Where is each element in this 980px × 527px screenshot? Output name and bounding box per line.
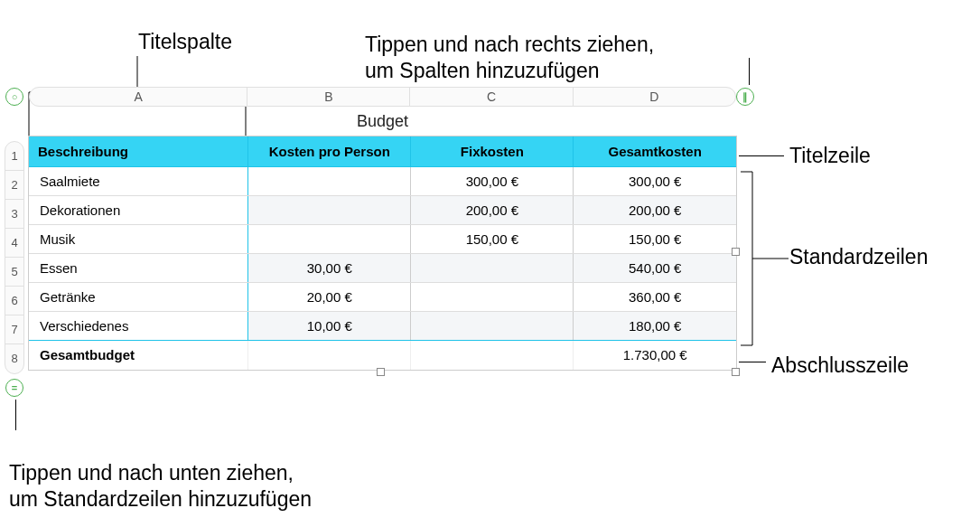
callout-titelspalte: Titelspalte (138, 29, 232, 55)
cell-desc[interactable]: Musik (29, 225, 248, 254)
footer-per[interactable] (248, 341, 411, 370)
row-header-7[interactable]: 7 (5, 315, 23, 344)
row-header-1[interactable]: 1 (5, 142, 23, 171)
column-header-c[interactable]: C (410, 88, 573, 106)
header-beschreibung[interactable]: Beschreibung (29, 136, 248, 167)
cell-fix[interactable]: 200,00 € (411, 196, 574, 225)
drag-rows-icon: = (12, 382, 17, 393)
footer-row[interactable]: Gesamtbudget 1.730,00 € (29, 341, 736, 370)
column-header-b[interactable]: B (247, 88, 410, 106)
cell-per[interactable] (248, 196, 411, 225)
cell-fix[interactable] (411, 283, 574, 312)
table-row[interactable]: Saalmiete 300,00 € 300,00 € (29, 167, 736, 196)
callout-text: Tippen und nach unten ziehen, um Standar… (9, 461, 312, 511)
footer-total[interactable]: 1.730,00 € (574, 341, 736, 370)
callout-add-rows: Tippen und nach unten ziehen, um Standar… (9, 434, 312, 512)
table-row[interactable]: Verschiedenes 10,00 € 180,00 € (29, 312, 736, 341)
cell-per[interactable]: 30,00 € (248, 254, 411, 283)
cell-fix[interactable]: 300,00 € (411, 167, 574, 196)
cell-fix[interactable] (411, 312, 574, 341)
callout-line-titelzeile (739, 155, 784, 156)
header-row[interactable]: Beschreibung Kosten pro Person Fixkosten… (29, 136, 736, 167)
cell-total[interactable]: 200,00 € (574, 196, 736, 225)
table-container: Budget Beschreibung Kosten pro Person Fi… (29, 112, 736, 370)
row-header-5[interactable]: 5 (5, 258, 23, 287)
selection-handle-bottom-mid[interactable] (377, 368, 385, 376)
selection-handle-bottom-right[interactable] (732, 368, 740, 376)
header-gesamtkosten[interactable]: Gesamtkosten (574, 136, 736, 167)
cell-total[interactable]: 300,00 € (574, 167, 736, 196)
cell-desc[interactable]: Essen (29, 254, 248, 283)
cell-desc[interactable]: Saalmiete (29, 167, 248, 196)
cell-total[interactable]: 180,00 € (574, 312, 736, 341)
cell-desc[interactable]: Verschiedenes (29, 312, 248, 341)
footer-desc[interactable]: Gesamtbudget (29, 341, 248, 370)
callout-standardzeilen: Standardzeilen (789, 244, 928, 270)
table-row[interactable]: Getränke 20,00 € 360,00 € (29, 283, 736, 312)
cell-desc[interactable]: Getränke (29, 283, 248, 312)
column-header-d[interactable]: D (574, 88, 735, 106)
selection-handle-mid-right[interactable] (732, 248, 740, 256)
callout-text: Abschlusszeile (771, 353, 909, 377)
cell-fix[interactable]: 150,00 € (411, 225, 574, 254)
cell-fix[interactable] (411, 254, 574, 283)
cell-per[interactable] (248, 167, 411, 196)
callout-titelzeile: Titelzeile (789, 143, 871, 169)
table-row[interactable]: Dekorationen 200,00 € 200,00 € (29, 196, 736, 225)
add-column-handle[interactable]: ∥ (736, 88, 754, 106)
callout-abschlusszeile: Abschlusszeile (771, 353, 909, 379)
row-header-3[interactable]: 3 (5, 200, 23, 229)
callout-line-add-rows (15, 400, 16, 430)
row-header-6[interactable]: 6 (5, 287, 23, 315)
header-kosten-pro[interactable]: Kosten pro Person (248, 136, 411, 167)
cell-per[interactable] (248, 225, 411, 254)
column-header-bar: A B C D (29, 87, 736, 107)
callout-line-abschluss (739, 362, 766, 362)
add-row-handle[interactable]: = (5, 379, 23, 397)
cell-total[interactable]: 540,00 € (574, 254, 736, 283)
table-origin-handle[interactable]: ○ (5, 88, 23, 106)
callout-bracket-standard (739, 172, 789, 345)
header-fixkosten[interactable]: Fixkosten (411, 136, 574, 167)
table-title[interactable]: Budget (29, 112, 736, 131)
cell-total[interactable]: 150,00 € (574, 225, 736, 254)
callout-text: Titelzeile (789, 144, 871, 167)
cell-per[interactable]: 10,00 € (248, 312, 411, 341)
row-header-8[interactable]: 8 (5, 344, 23, 373)
row-header-4[interactable]: 4 (5, 229, 23, 258)
cell-per[interactable]: 20,00 € (248, 283, 411, 312)
callout-line-add-columns (749, 58, 750, 85)
column-header-a[interactable]: A (30, 88, 247, 106)
circle-icon: ○ (12, 91, 18, 102)
table-row[interactable]: Musik 150,00 € 150,00 € (29, 225, 736, 254)
callout-add-columns: Tippen und nach rechts ziehen, um Spalte… (365, 5, 654, 83)
cell-desc[interactable]: Dekorationen (29, 196, 248, 225)
table-row[interactable]: Essen 30,00 € 540,00 € (29, 254, 736, 283)
callout-text: Titelspalte (138, 30, 232, 53)
footer-fix[interactable] (411, 341, 574, 370)
cell-total[interactable]: 360,00 € (574, 283, 736, 312)
callout-text: Standardzeilen (789, 245, 928, 268)
callout-text: Tippen und nach rechts ziehen, um Spalte… (365, 33, 654, 82)
drag-columns-icon: ∥ (742, 91, 748, 103)
row-header-2[interactable]: 2 (5, 171, 23, 200)
row-header-bar: 1 2 3 4 5 6 7 8 (5, 141, 24, 374)
budget-table[interactable]: Beschreibung Kosten pro Person Fixkosten… (29, 136, 736, 370)
